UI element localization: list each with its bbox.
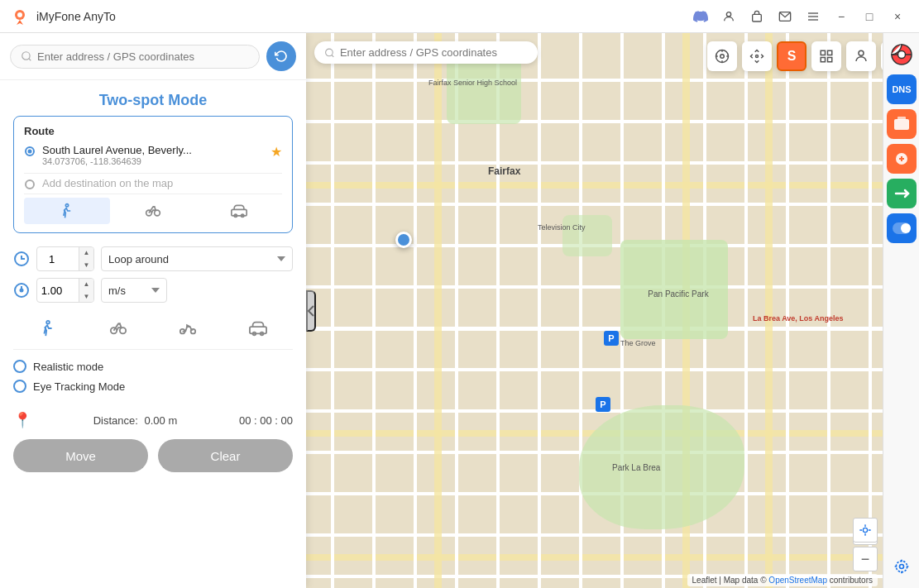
speed-unit-select[interactable]: m/s km/h mph bbox=[101, 278, 167, 303]
svg-point-49 bbox=[900, 53, 903, 56]
gps-search-bar[interactable] bbox=[314, 41, 538, 64]
group-select-button[interactable] bbox=[811, 41, 841, 71]
sidebar-collapse-button[interactable] bbox=[306, 290, 316, 332]
favorite-star-icon[interactable]: ★ bbox=[270, 144, 282, 160]
distance-text: Distance: 0.00 m bbox=[93, 414, 178, 427]
search-icon bbox=[21, 50, 32, 62]
pan-pacific-park bbox=[620, 240, 728, 339]
map-area[interactable]: Fairfax Pan Pacific Park Park La Brea Te… bbox=[306, 33, 919, 588]
toggle-icon bbox=[893, 222, 911, 234]
walk-mode-button-2[interactable] bbox=[13, 314, 84, 342]
openstreetmap-link[interactable]: OpenStreetMap bbox=[768, 576, 827, 585]
gps-search-input[interactable] bbox=[340, 46, 528, 59]
user-icon bbox=[722, 10, 735, 23]
speed-icon bbox=[13, 282, 30, 299]
location-reset-icon bbox=[859, 523, 872, 537]
speed-control-row: 1.00 ▲ ▼ m/s km/h mph bbox=[13, 278, 293, 303]
orange-box-1-button[interactable] bbox=[887, 109, 917, 139]
pan-button[interactable] bbox=[742, 41, 772, 71]
distance-label: Distance: bbox=[93, 414, 138, 427]
location-reset-button[interactable] bbox=[853, 518, 878, 543]
svg-point-54 bbox=[901, 223, 911, 233]
active-s-button[interactable]: S bbox=[777, 41, 807, 71]
svg-point-13 bbox=[65, 204, 68, 207]
user-button[interactable] bbox=[717, 5, 740, 28]
search-input-wrap[interactable] bbox=[10, 45, 260, 69]
green-arrow-button[interactable] bbox=[887, 179, 917, 208]
discord-icon bbox=[693, 9, 708, 24]
menu-button[interactable] bbox=[802, 5, 825, 28]
info-row: 📍 Distance: 0.00 m 00 : 00 : 00 bbox=[0, 404, 306, 433]
menu-icon bbox=[807, 10, 820, 23]
toggle-button[interactable] bbox=[887, 213, 917, 243]
search-input[interactable] bbox=[37, 50, 249, 63]
bike-mode-button-2[interactable] bbox=[84, 314, 154, 342]
repeat-increment-button[interactable]: ▲ bbox=[79, 246, 93, 259]
compass-icon bbox=[715, 49, 730, 64]
car-mode-button[interactable] bbox=[196, 198, 282, 224]
svg-point-38 bbox=[756, 55, 759, 58]
speed-input[interactable]: 1.00 bbox=[37, 284, 79, 297]
bike-mode-button[interactable] bbox=[110, 198, 196, 224]
green-arrow-icon bbox=[893, 184, 911, 203]
dns-button[interactable]: DNS bbox=[887, 74, 917, 104]
svg-rect-3 bbox=[753, 14, 762, 22]
realistic-mode-radio[interactable] bbox=[13, 360, 26, 373]
map-right-toolbar: S bbox=[707, 41, 911, 71]
main-content: Two-spot Mode Route South Laurel Avenue,… bbox=[0, 33, 919, 588]
walk-mode-button[interactable] bbox=[24, 198, 110, 224]
svg-point-56 bbox=[896, 561, 907, 571]
maximize-button[interactable]: □ bbox=[858, 5, 881, 28]
person-button[interactable] bbox=[846, 41, 876, 71]
transport-mode-row-2 bbox=[13, 314, 293, 350]
speed-decrement-button[interactable]: ▼ bbox=[79, 290, 93, 303]
controls-section: 1 ▲ ▼ Loop around Back and forth bbox=[0, 243, 306, 309]
svg-point-15 bbox=[155, 210, 160, 216]
street-v-7 bbox=[579, 33, 582, 588]
repeat-count-input[interactable]: 1 bbox=[37, 253, 79, 265]
close-button[interactable]: × bbox=[886, 5, 909, 28]
minimize-button[interactable]: − bbox=[830, 5, 853, 28]
route-origin-text: South Laurel Avenue, Beverly... 34.07370… bbox=[42, 144, 264, 166]
location-icon bbox=[893, 558, 910, 575]
origin-coords: 34.073706, -118.364639 bbox=[42, 156, 264, 166]
orange-box-2-button[interactable] bbox=[887, 144, 917, 174]
pokeball-button[interactable] bbox=[887, 40, 917, 69]
fairfax-high-park bbox=[447, 58, 521, 124]
move-button[interactable]: Move bbox=[13, 439, 148, 472]
svg-point-11 bbox=[28, 150, 32, 154]
bike-icon-2 bbox=[109, 319, 127, 337]
compass-button[interactable] bbox=[707, 41, 737, 71]
bag-button[interactable] bbox=[745, 5, 768, 28]
realistic-mode-row: Realistic mode bbox=[13, 360, 293, 373]
motorcycle-mode-button[interactable] bbox=[153, 314, 223, 342]
pokeball-icon bbox=[891, 44, 912, 65]
svg-point-55 bbox=[900, 565, 904, 569]
email-button[interactable] bbox=[773, 5, 797, 28]
app-title: iMyFone AnyTo bbox=[36, 10, 116, 23]
route-origin: South Laurel Avenue, Beverly... 34.07370… bbox=[24, 144, 282, 166]
refresh-button[interactable] bbox=[266, 41, 296, 71]
route-destination: Add destination on the map bbox=[24, 177, 282, 190]
car-icon bbox=[231, 203, 247, 219]
eye-tracking-label[interactable]: Eye Tracking Mode bbox=[33, 380, 125, 393]
transport-mode-row bbox=[24, 194, 282, 224]
zoom-out-button[interactable]: − bbox=[853, 547, 878, 571]
repeat-decrement-button[interactable]: ▼ bbox=[79, 259, 93, 271]
action-buttons: Move Clear bbox=[0, 433, 306, 482]
car-mode-button-2[interactable] bbox=[223, 314, 294, 342]
location-button[interactable] bbox=[887, 552, 917, 581]
discord-button[interactable] bbox=[689, 5, 712, 28]
search-icon-map bbox=[324, 47, 335, 59]
dns-label: DNS bbox=[892, 84, 911, 94]
realistic-mode-label[interactable]: Realistic mode bbox=[33, 361, 103, 373]
eye-tracking-radio[interactable] bbox=[13, 380, 26, 393]
destination-dot-icon bbox=[24, 179, 36, 190]
street-v-11 bbox=[744, 33, 748, 588]
loop-mode-select[interactable]: Loop around Back and forth bbox=[101, 246, 293, 271]
route-box: Route South Laurel Avenue, Beverly... 34… bbox=[13, 116, 293, 233]
clear-button[interactable]: Clear bbox=[158, 439, 293, 472]
speed-increment-button[interactable]: ▲ bbox=[79, 278, 93, 290]
motorcycle-icon bbox=[179, 319, 197, 337]
destination-placeholder[interactable]: Add destination on the map bbox=[42, 177, 173, 189]
